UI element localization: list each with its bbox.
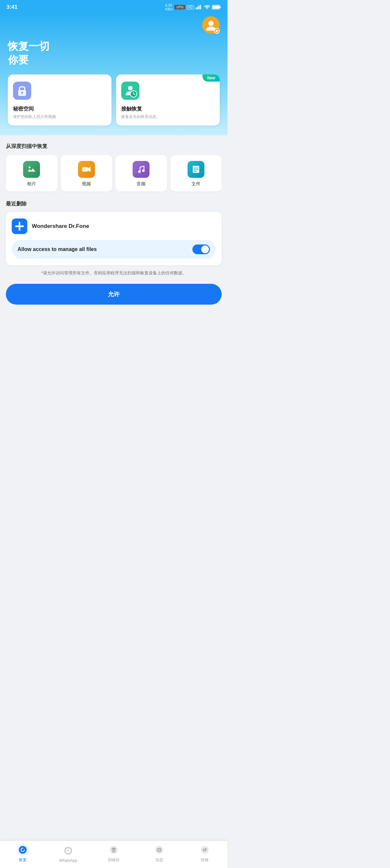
svg-rect-12 [22,93,23,94]
app-header: Wondershare Dr.Fone [12,218,216,234]
svg-rect-6 [213,6,219,9]
svg-rect-19 [82,167,88,172]
files-label: 文件 [191,181,200,187]
lock-icon [13,82,31,100]
avatar[interactable] [202,16,220,34]
battery-icon [212,5,221,9]
svg-rect-3 [200,5,201,9]
permission-note: *请允许访问管理所有文件。否则应用程序无法扫描和恢复设备上的任何数据。 [6,270,222,277]
avatar-container [8,16,220,34]
status-time: 3:41 [6,4,18,10]
contact-icon [121,82,139,100]
scan-item-audio[interactable]: 音频 [116,155,167,191]
contact-recovery-card[interactable]: New 接触恢复 恢复丢失的联系信息。 [116,74,220,125]
new-badge: New [202,74,220,82]
video-icon [78,161,95,178]
svg-rect-0 [196,7,197,9]
svg-rect-16 [27,164,36,174]
vpn-badge: VPN [174,5,185,9]
contact-recovery-title: 接触恢复 [121,106,215,113]
feature-cards: 秘密空间 保护您的私人照片和视频 New 接触 [8,74,220,125]
header-area: 恢复一切 你要 秘密空间 保护您的私人照片和视频 [0,13,228,135]
toggle-row[interactable]: Allow access to manage all files [12,240,216,259]
video-svg [82,164,91,174]
svg-rect-2 [199,5,200,9]
hd-badge: HD [187,5,194,9]
scan-item-photos[interactable]: 相片 [6,155,58,191]
svg-point-7 [208,21,214,26]
svg-rect-20 [136,164,146,174]
svg-rect-13 [121,82,139,100]
deep-scan-title: 从深度扫描中恢复 [6,143,222,150]
app-icon [12,218,27,234]
status-icons: 6.92KB/s VPN HD [165,3,221,11]
svg-point-21 [138,170,141,173]
permission-card: Wondershare Dr.Fone Allow access to mana… [6,212,222,265]
speed-indicator: 6.92KB/s [165,3,173,11]
nav-spacer [6,314,222,344]
svg-point-22 [142,169,144,172]
status-bar: 3:41 6.92KB/s VPN HD [0,0,228,13]
contact-recovery-desc: 恢复丢失的联系信息。 [121,114,215,120]
wifi-icon [204,5,210,9]
audio-label: 音频 [136,181,145,187]
star-icon [215,29,218,32]
svg-rect-1 [197,6,198,9]
video-label: 视频 [82,181,91,187]
scan-item-files[interactable]: 文件 [170,155,222,191]
photos-svg [27,164,36,174]
secret-space-card[interactable]: 秘密空间 保护您的私人照片和视频 [8,74,111,125]
svg-rect-5 [220,6,221,8]
photos-icon [23,161,40,178]
photos-label: 相片 [27,181,36,187]
scan-grid: 相片 视频 [6,155,222,191]
avatar-badge [214,28,220,34]
svg-marker-8 [215,29,218,32]
toggle-knob [201,245,209,253]
recently-deleted-title: 最近删除 [6,200,222,208]
drfone-cross-icon [14,221,25,231]
signal-icon [196,5,202,9]
app-name: Wondershare Dr.Fone [32,223,89,229]
files-icon [188,161,204,178]
allow-button[interactable]: 允许 [6,284,222,305]
svg-point-14 [128,86,133,90]
audio-icon [133,161,150,178]
scan-item-video[interactable]: 视频 [61,155,112,191]
secret-space-desc: 保护您的私人照片和视频 [13,114,106,120]
svg-point-17 [29,166,31,168]
toggle-label: Allow access to manage all files [18,246,97,252]
hero-title: 恢复一切 你要 [8,40,220,67]
audio-svg [136,164,146,174]
files-svg [191,164,201,174]
toggle-switch[interactable] [192,245,210,254]
secret-space-title: 秘密空间 [13,106,106,113]
main-content: 从深度扫描中恢复 相片 [0,135,228,351]
